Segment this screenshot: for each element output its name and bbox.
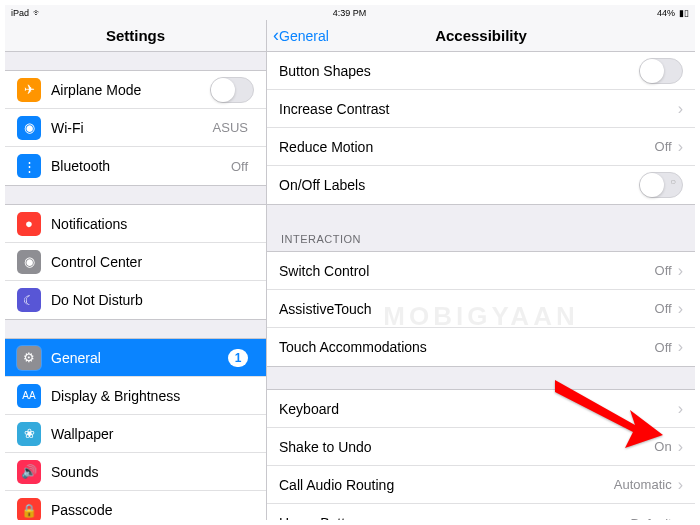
sidebar-item-wi-fi[interactable]: ◉Wi-FiASUS <box>5 109 266 147</box>
sidebar-item-bluetooth[interactable]: ⋮BluetoothOff <box>5 147 266 185</box>
row-label: Do Not Disturb <box>51 292 254 308</box>
row-label: Passcode <box>51 502 254 518</box>
row-label: Increase Contrast <box>279 101 678 117</box>
row-label: General <box>51 350 228 366</box>
notifications-icon: ● <box>17 212 41 236</box>
row-label: Airplane Mode <box>51 82 210 98</box>
chevron-right-icon: › <box>678 100 683 118</box>
back-button[interactable]: ‹ General <box>273 25 329 46</box>
row-label: Control Center <box>51 254 254 270</box>
chevron-right-icon: › <box>678 400 683 418</box>
wallpaper-icon: ❀ <box>17 422 41 446</box>
bluetooth-icon: ⋮ <box>17 154 41 178</box>
sidebar-item-notifications[interactable]: ●Notifications <box>5 205 266 243</box>
back-label: General <box>279 28 329 44</box>
row-value: Off <box>655 263 672 278</box>
sounds-icon: 🔊 <box>17 460 41 484</box>
row-reduce-motion[interactable]: Reduce MotionOff› <box>267 128 695 166</box>
row-label: Call Audio Routing <box>279 477 614 493</box>
wifi-icon: ᯤ <box>33 8 42 18</box>
row-value: Off <box>655 139 672 154</box>
badge: 1 <box>228 349 248 367</box>
chevron-right-icon: › <box>678 514 683 525</box>
chevron-right-icon: › <box>678 438 683 456</box>
sidebar-item-sounds[interactable]: 🔊Sounds <box>5 453 266 491</box>
general-icon: ⚙ <box>17 346 41 370</box>
display-brightness-icon: AA <box>17 384 41 408</box>
battery-icon: ▮▯ <box>679 8 689 18</box>
row-value: ASUS <box>213 120 248 135</box>
page-title: Accessibility <box>435 27 527 44</box>
battery-text: 44% <box>657 8 675 18</box>
row-button-shapes[interactable]: Button Shapes <box>267 52 695 90</box>
chevron-right-icon: › <box>678 300 683 318</box>
wi-fi-icon: ◉ <box>17 116 41 140</box>
row-value: Default <box>630 516 671 526</box>
sidebar-item-airplane-mode[interactable]: ✈Airplane Mode <box>5 71 266 109</box>
row-assistivetouch[interactable]: AssistiveTouchOff› <box>267 290 695 328</box>
row-switch-control[interactable]: Switch ControlOff› <box>267 252 695 290</box>
airplane-mode-icon: ✈ <box>17 78 41 102</box>
detail-pane: ‹ General Accessibility Button ShapesInc… <box>267 20 695 525</box>
do-not-disturb-icon: ☾ <box>17 288 41 312</box>
row-value: Automatic <box>614 477 672 492</box>
row-label: Button Shapes <box>279 63 639 79</box>
row-keyboard[interactable]: Keyboard› <box>267 390 695 428</box>
row-label: AssistiveTouch <box>279 301 655 317</box>
row-value: Off <box>655 301 672 316</box>
row-on-off-labels[interactable]: On/Off Labels <box>267 166 695 204</box>
airplane-mode-toggle[interactable] <box>210 77 254 103</box>
chevron-right-icon: › <box>678 476 683 494</box>
row-label: Shake to Undo <box>279 439 654 455</box>
row-label: Home Button <box>279 515 630 525</box>
device-label: iPad <box>11 8 29 18</box>
sidebar-item-passcode[interactable]: 🔒Passcode <box>5 491 266 525</box>
row-label: On/Off Labels <box>279 177 639 193</box>
row-label: Notifications <box>51 216 254 232</box>
on-off-labels-toggle[interactable] <box>639 172 683 198</box>
sidebar-item-control-center[interactable]: ◉Control Center <box>5 243 266 281</box>
chevron-right-icon: › <box>678 262 683 280</box>
row-label: Wallpaper <box>51 426 254 442</box>
row-label: Switch Control <box>279 263 655 279</box>
chevron-right-icon: › <box>678 338 683 356</box>
clock: 4:39 PM <box>333 8 367 18</box>
sidebar-item-wallpaper[interactable]: ❀Wallpaper <box>5 415 266 453</box>
passcode-icon: 🔒 <box>17 498 41 522</box>
settings-sidebar: Settings ✈Airplane Mode◉Wi-FiASUS⋮Blueto… <box>5 20 267 525</box>
row-home-button[interactable]: Home ButtonDefault› <box>267 504 695 525</box>
row-label: Display & Brightness <box>51 388 254 404</box>
row-value: Off <box>655 340 672 355</box>
row-label: Bluetooth <box>51 158 231 174</box>
row-increase-contrast[interactable]: Increase Contrast› <box>267 90 695 128</box>
row-label: Touch Accommodations <box>279 339 655 355</box>
row-value: Off <box>231 159 248 174</box>
status-bar: iPad ᯤ 4:39 PM 44% ▮▯ <box>5 5 695 20</box>
sidebar-item-general[interactable]: ⚙General1 <box>5 339 266 377</box>
row-label: Sounds <box>51 464 254 480</box>
chevron-right-icon: › <box>678 138 683 156</box>
row-label: Reduce Motion <box>279 139 655 155</box>
row-label: Wi-Fi <box>51 120 213 136</box>
control-center-icon: ◉ <box>17 250 41 274</box>
row-label: Keyboard <box>279 401 678 417</box>
row-touch-accommodations[interactable]: Touch AccommodationsOff› <box>267 328 695 366</box>
row-shake-to-undo[interactable]: Shake to UndoOn› <box>267 428 695 466</box>
sidebar-item-do-not-disturb[interactable]: ☾Do Not Disturb <box>5 281 266 319</box>
sidebar-item-display-brightness[interactable]: AADisplay & Brightness <box>5 377 266 415</box>
button-shapes-toggle[interactable] <box>639 58 683 84</box>
section-header-interaction: INTERACTION <box>267 227 695 251</box>
row-call-audio-routing[interactable]: Call Audio RoutingAutomatic› <box>267 466 695 504</box>
sidebar-title: Settings <box>5 20 266 52</box>
row-value: On <box>654 439 671 454</box>
